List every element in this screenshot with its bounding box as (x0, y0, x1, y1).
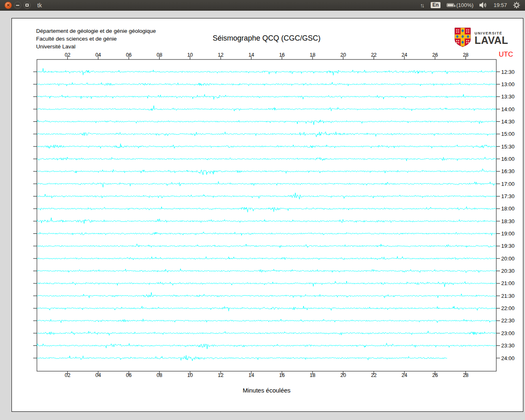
seismogram-trace (37, 292, 496, 298)
x-tick-label-bottom: 16 (279, 372, 285, 378)
seismogram-trace (37, 306, 496, 311)
row-utc-label: 13:00 (501, 81, 515, 87)
row-utc-label: 14:00 (501, 106, 515, 112)
row-utc-label: 16:30 (501, 168, 515, 174)
seismograph-canvas: Département de géologie et de génie géol… (11, 18, 523, 412)
x-tick-label-top: 10 (187, 52, 193, 58)
x-tick-label-bottom: 06 (126, 372, 132, 378)
seismogram-trace (37, 331, 496, 336)
x-tick-label-bottom: 18 (310, 372, 315, 378)
row-utc-label: 17:00 (501, 181, 515, 187)
row-utc-label: 17:30 (501, 193, 515, 199)
seismogram-trace (37, 106, 496, 111)
row-utc-label: 12:30 (501, 69, 515, 75)
battery-indicator[interactable]: (100%) (447, 2, 474, 8)
seismogram-trace (37, 232, 496, 235)
volume-indicator[interactable] (479, 2, 487, 8)
row-utc-label: 15:00 (501, 131, 515, 137)
seismogram-trace (37, 343, 496, 349)
x-tick-label-top: 04 (95, 52, 101, 58)
row-utc-label: 18:30 (501, 218, 515, 224)
x-tick-label-bottom: 28 (463, 372, 468, 378)
x-tick-label-bottom: 12 (218, 372, 224, 378)
seismogram-trace (37, 218, 496, 224)
row-utc-label: 15:30 (501, 144, 515, 150)
window-minimize-button[interactable] (14, 2, 21, 9)
system-tray: ↑↓ En (100%) 19:57 (420, 2, 525, 9)
window-title: tk (37, 2, 42, 9)
close-icon: ✕ (7, 3, 10, 7)
x-tick-label-top: 14 (249, 52, 254, 58)
x-tick-label-top: 08 (157, 52, 162, 58)
seismogram-trace (37, 355, 447, 361)
seismogram-trace (37, 244, 496, 248)
seismogram-trace (37, 68, 496, 75)
utc-header: UTC (499, 50, 513, 58)
seismogram-trace (37, 169, 496, 175)
keyboard-layout-badge: En (431, 2, 440, 8)
seismogram-trace (37, 181, 496, 187)
window-maximize-button[interactable] (23, 2, 31, 9)
x-tick-label-bottom: 24 (402, 372, 407, 378)
battery-icon (447, 2, 455, 8)
x-tick-label-top: 16 (279, 52, 285, 58)
row-utc-label: 20:30 (501, 268, 515, 274)
row-utc-label: 23:30 (501, 342, 515, 349)
row-utc-label: 13:30 (501, 94, 515, 100)
seismogram-trace (37, 319, 496, 323)
minimize-icon (16, 5, 19, 6)
row-utc-label: 24:00 (501, 355, 515, 361)
row-utc-label: 22:00 (501, 305, 515, 311)
seismogram-trace (37, 82, 496, 86)
keyboard-layout-indicator[interactable]: En (431, 2, 440, 8)
x-tick-label-bottom: 02 (65, 372, 71, 378)
session-menu[interactable] (513, 2, 520, 9)
x-tick-label-bottom: 20 (340, 372, 346, 378)
x-tick-label-bottom: 14 (249, 372, 254, 378)
x-tick-label-top: 20 (340, 52, 346, 58)
seismogram-trace (37, 256, 496, 260)
seismogram-trace (37, 193, 496, 199)
x-axis-title: Minutes écoulées (243, 387, 291, 394)
seismogram-plot: 0202040406060808101012121414161618182020… (12, 18, 523, 411)
maximize-icon (25, 4, 29, 7)
x-tick-label-top: 06 (126, 52, 132, 58)
gear-icon (513, 2, 520, 9)
row-utc-label: 18:00 (501, 205, 515, 212)
x-tick-label-top: 02 (65, 52, 71, 58)
battery-percent: (100%) (457, 2, 474, 8)
x-tick-label-bottom: 04 (95, 372, 101, 378)
seismogram-trace (37, 144, 496, 148)
x-tick-label-top: 28 (463, 52, 468, 58)
row-utc-label: 19:00 (501, 231, 515, 237)
row-utc-label: 19:30 (501, 243, 515, 249)
seismogram-trace (37, 207, 496, 212)
network-arrows-icon: ↑↓ (420, 2, 425, 9)
network-indicator[interactable]: ↑↓ (420, 2, 425, 9)
x-tick-label-bottom: 22 (371, 372, 377, 378)
seismogram-trace (37, 120, 496, 125)
x-tick-label-top: 22 (371, 52, 377, 58)
seismogram-trace (37, 269, 496, 273)
seismogram-trace (37, 281, 496, 287)
row-utc-label: 21:00 (501, 280, 515, 286)
window-close-button[interactable]: ✕ (5, 2, 12, 9)
row-utc-label: 20:00 (501, 256, 515, 262)
seismogram-trace (37, 132, 496, 137)
x-tick-label-top: 12 (218, 52, 224, 58)
plot-frame (37, 59, 496, 371)
row-utc-label: 21:30 (501, 293, 515, 299)
x-tick-label-bottom: 26 (432, 372, 438, 378)
desktop: { "panel": { "title": "tk", "icons": { "… (0, 0, 525, 420)
seismogram-trace (37, 157, 496, 161)
clock[interactable]: 19:57 (493, 2, 507, 8)
seismogram-trace (37, 94, 496, 99)
row-utc-label: 16:00 (501, 156, 515, 162)
row-utc-label: 14:30 (501, 119, 515, 125)
row-utc-label: 22:30 (501, 317, 515, 324)
x-tick-label-top: 24 (402, 52, 407, 58)
row-utc-label: 23:00 (501, 330, 515, 336)
ubuntu-top-panel: ✕ tk ↑↓ En (100%) 19:57 (0, 0, 525, 11)
x-tick-label-bottom: 08 (157, 372, 162, 378)
window-controls: ✕ (0, 2, 31, 9)
